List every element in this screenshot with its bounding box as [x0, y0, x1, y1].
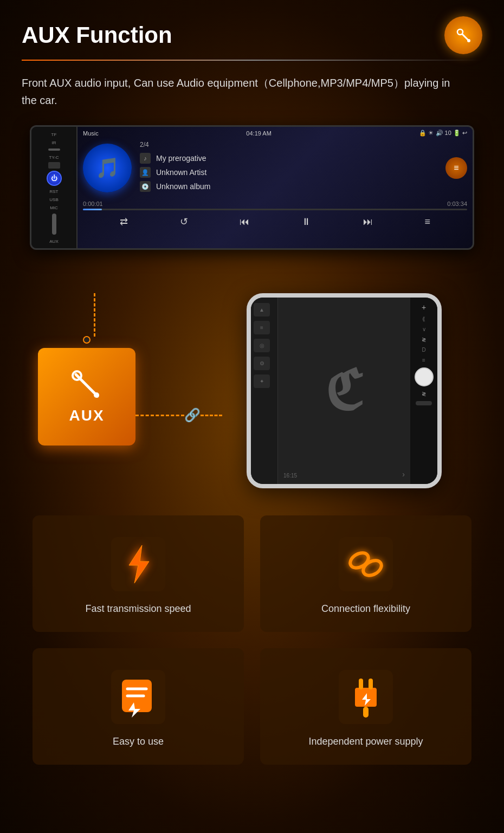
independent-power-label: Independent power supply [308, 735, 423, 748]
dashed-line-horizontal [135, 415, 184, 416]
progress-times: 0:00:01 0:03:34 [83, 201, 467, 207]
aux-box-label: AUX [69, 407, 104, 424]
lines-bolt-icon [117, 675, 160, 719]
time-total: 0:03:34 [447, 201, 467, 207]
phone-mockup: ▲ ≡ ◎ ⚙ ✦ ℭ 16:15 › [247, 293, 442, 488]
aux-side: AUX [38, 336, 135, 445]
phone-ctrl6: ≷ [422, 391, 426, 397]
car-unit-section: TF IR TY-C ⏻ RST USB MIC AUX [22, 125, 482, 250]
artist-name: Unknown Artist [156, 168, 206, 177]
shuffle-button[interactable]: ⇄ [120, 216, 128, 228]
artist-row: 👤 Unknown Artist [140, 167, 437, 178]
car-unit-left-panel: TF IR TY-C ⏻ RST USB MIC AUX [31, 127, 77, 248]
connection-flexibility-icon-wrap [339, 537, 393, 591]
screen-content: 🎵 2/4 ♪ My prerogative 👤 Unknown Artist [83, 141, 467, 195]
svg-point-7 [347, 550, 371, 571]
connection-flexibility-label: Connection flexibility [321, 602, 410, 616]
header: AUX Function [22, 16, 482, 54]
tf-label: TF [51, 132, 57, 137]
page-title: AUX Function [22, 22, 172, 48]
phone-main: ℭ 16:15 › [278, 298, 410, 484]
phone-ctrl3: ≷ [422, 337, 426, 343]
screen-topbar: Music 04:19 AM 🔒 ☀ 🔊 10 🔋 ↩ [83, 130, 467, 137]
screen-app-name: Music [83, 130, 99, 137]
aux-cable-icon [344, 545, 387, 583]
time-elapsed: 0:00:01 [83, 201, 103, 207]
sidebar-icon-1: ▲ [254, 303, 270, 317]
aux-port [52, 214, 56, 235]
aux-box-icon [70, 369, 103, 402]
page-container: AUX Function Front AUX audio input, Can … [0, 0, 504, 781]
svg-line-3 [76, 374, 98, 396]
note-icon: ♪ [140, 153, 151, 164]
song-name-row: ♪ My prerogative [140, 153, 437, 164]
connection-wrapper: AUX 🔗 ▲ ≡ ◎ ⚙ [38, 293, 466, 488]
sidebar-icon-4: ⚙ [254, 357, 270, 370]
controls-bar: ⇄ ↺ ⏮ ⏸ ⏭ ≡ [83, 216, 467, 228]
eq-button[interactable]: ≡ [445, 157, 467, 179]
album-row: 💿 Unknown album [140, 181, 437, 192]
next-button[interactable]: ⏭ [363, 216, 373, 228]
album-art: 🎵 [83, 144, 132, 192]
phone-plus: + [422, 303, 426, 312]
features-grid: Fast transmission speed Connection flexi… [22, 515, 482, 765]
power-button[interactable]: ⏻ [47, 171, 62, 186]
sidebar-icon-3: ◎ [254, 339, 270, 352]
aux-label-small: AUX [49, 239, 58, 244]
album-name: Unknown album [156, 182, 210, 191]
prev-button[interactable]: ⏮ [240, 216, 249, 228]
car-unit-wrapper: TF IR TY-C ⏻ RST USB MIC AUX [30, 125, 474, 250]
phone-time: 16:15 [283, 473, 297, 479]
feature-connection-flexibility: Connection flexibility [260, 515, 471, 632]
feature-independent-power: Independent power supply [260, 648, 471, 765]
sidebar-icon-2: ≡ [254, 321, 270, 334]
dashed-line-top [94, 293, 95, 337]
phone-content: ℭ 16:15 › [278, 298, 410, 484]
plug-icon [347, 674, 385, 720]
phone-symbol: ℭ [325, 359, 363, 423]
phone-right-panel: + ⟪ ∨ ≷ D ≡ ≷ [410, 298, 437, 484]
tyc-slot [48, 162, 60, 169]
phone-screen: ▲ ≡ ◎ ⚙ ✦ ℭ 16:15 › [251, 298, 437, 484]
connector-dot [83, 336, 91, 344]
svg-marker-6 [129, 545, 149, 583]
progress-fill [83, 209, 102, 210]
repeat-button[interactable]: ↺ [180, 216, 188, 228]
svg-point-5 [94, 392, 99, 398]
artist-icon: 👤 [140, 167, 151, 178]
aux-box: AUX [38, 348, 135, 445]
rst-label: RST [50, 189, 59, 194]
car-unit: TF IR TY-C ⏻ RST USB MIC AUX [30, 125, 474, 250]
phone-arrow: › [402, 470, 405, 479]
connection-row: AUX 🔗 ▲ ≡ ◎ ⚙ [38, 293, 466, 488]
phone-sidebar: ▲ ≡ ◎ ⚙ ✦ [251, 298, 278, 484]
play-pause-button[interactable]: ⏸ [301, 216, 311, 228]
phone-ctrl1: ⟪ [422, 316, 425, 322]
playlist-button[interactable]: ≡ [425, 216, 431, 228]
phone-knob[interactable] [415, 367, 434, 386]
sidebar-icon-5: ✦ [254, 374, 270, 388]
aux-icon-circle [444, 16, 482, 54]
easy-to-use-label: Easy to use [113, 735, 164, 748]
independent-power-icon-wrap [339, 670, 393, 724]
progress-bar-container: 0:00:01 0:03:34 [83, 201, 467, 210]
phone-ctrl5: ≡ [422, 357, 425, 363]
svg-point-2 [467, 39, 470, 42]
dashed-line-horizontal2 [201, 415, 222, 416]
song-info: 2/4 ♪ My prerogative 👤 Unknown Artist 💿 [140, 141, 437, 195]
phone-button-bar [416, 401, 432, 405]
feature-fast-transmission: Fast transmission speed [33, 515, 244, 632]
phone-section: ▲ ≡ ◎ ⚙ ✦ ℭ 16:15 › [222, 293, 466, 488]
fast-transmission-label: Fast transmission speed [85, 602, 191, 616]
phone-ctrl2: ∨ [422, 326, 426, 332]
svg-rect-16 [363, 707, 369, 718]
phone-ctrl4: D [422, 347, 425, 353]
link-icon: 🔗 [184, 408, 201, 423]
progress-bar[interactable] [83, 209, 467, 210]
album-icon: 💿 [140, 181, 151, 192]
svg-point-8 [360, 558, 384, 579]
screen-area: Music 04:19 AM 🔒 ☀ 🔊 10 🔋 ↩ 🎵 2/4 ♪ [77, 127, 473, 248]
aux-header-icon [454, 25, 473, 45]
ir-label: IR [52, 140, 56, 145]
tf-slot [48, 148, 60, 151]
